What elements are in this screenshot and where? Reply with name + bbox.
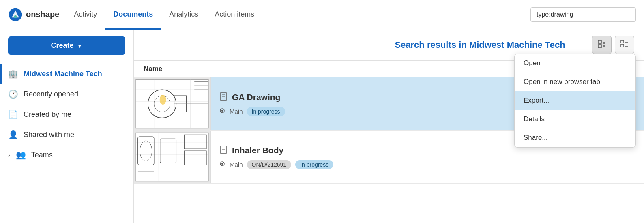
sidebar-item-label-recently-opened: Recently opened: [24, 90, 78, 99]
svg-point-28: [160, 95, 166, 105]
main-layout: Create ▼ 🏢 Midwest Machine Tech 🕐 Recent…: [0, 29, 644, 223]
view-toggles: [592, 36, 634, 54]
row-thumbnail-inhaler: [134, 131, 211, 183]
sidebar-item-label-midwest: Midwest Machine Tech: [24, 70, 102, 78]
create-label: Create: [51, 41, 74, 50]
tab-activity[interactable]: Activity: [66, 0, 105, 30]
row-meta-inhaler: Main ON/D/212691 In progress: [219, 160, 636, 169]
sidebar-item-label-teams: Teams: [31, 151, 53, 159]
svg-rect-3: [598, 40, 601, 43]
branch-icon-ga: [219, 107, 225, 115]
chevron-right-icon: ›: [8, 152, 10, 158]
person-icon: 👤: [8, 130, 18, 139]
search-input[interactable]: [530, 7, 636, 22]
sidebar-item-midwest[interactable]: 🏢 Midwest Machine Tech: [0, 64, 133, 84]
tab-documents[interactable]: Documents: [105, 0, 161, 30]
svg-point-55: [221, 163, 223, 165]
nav-tabs: Activity Documents Analytics Action item…: [66, 0, 530, 29]
tab-analytics[interactable]: Analytics: [161, 0, 206, 30]
create-button[interactable]: Create ▼: [8, 36, 125, 55]
tab-action-items[interactable]: Action items: [206, 0, 262, 30]
context-menu-open-new-tab[interactable]: Open in new browser tab: [515, 73, 635, 91]
svg-point-36: [221, 110, 223, 112]
branch-label-inhaler: Main: [230, 161, 243, 168]
grid-view-icon: [620, 39, 629, 48]
logo-area: onshape: [8, 7, 59, 22]
header: onshape Activity Documents Analytics Act…: [0, 0, 644, 29]
content-area: Search results in Midwest Machine Tech: [134, 29, 644, 223]
document-icon: 📄: [8, 109, 18, 119]
id-badge-inhaler: ON/D/212691: [247, 160, 292, 169]
status-badge-ga: In progress: [247, 107, 285, 116]
status-badge-inhaler: In progress: [295, 160, 333, 169]
sidebar-item-created-by-me[interactable]: 📄 Created by me: [0, 104, 133, 124]
create-dropdown-icon: ▼: [77, 43, 83, 49]
drawing-doc-icon: [219, 92, 228, 103]
context-menu-open[interactable]: Open: [515, 54, 635, 73]
branch-icon-inhaler: [219, 161, 225, 168]
search-bar: [530, 7, 636, 22]
logo-icon: [8, 7, 23, 22]
sidebar-item-shared-with-me[interactable]: 👤 Shared with me: [0, 124, 133, 145]
sidebar-item-label-shared-with-me: Shared with me: [24, 131, 74, 139]
sidebar-nav: 🏢 Midwest Machine Tech 🕐 Recently opened…: [0, 62, 133, 167]
svg-rect-10: [621, 40, 624, 43]
list-view-icon: [597, 39, 606, 48]
content-title: Search results in Midwest Machine Tech: [368, 40, 592, 50]
sidebar-item-recently-opened[interactable]: 🕐 Recently opened: [0, 84, 133, 104]
row-title-inhaler: Inhaler Body: [232, 146, 283, 155]
context-menu-details[interactable]: Details: [515, 110, 635, 129]
logo-text: onshape: [26, 10, 59, 19]
sidebar: Create ▼ 🏢 Midwest Machine Tech 🕐 Recent…: [0, 29, 134, 223]
building-icon: 🏢: [8, 69, 18, 79]
context-menu-export[interactable]: Export...: [515, 91, 635, 110]
svg-rect-7: [598, 45, 601, 48]
row-title-ga: GA Drawing: [232, 92, 280, 102]
list-view-button[interactable]: [592, 36, 612, 54]
svg-point-2: [14, 15, 17, 18]
drawing-doc-icon-inhaler: [219, 145, 228, 156]
row-thumbnail-ga: [134, 77, 211, 130]
context-menu-share[interactable]: Share...: [515, 129, 635, 147]
context-menu: Open Open in new browser tab Export... D…: [514, 54, 636, 148]
branch-label-ga: Main: [230, 108, 243, 115]
team-icon: 👥: [16, 150, 26, 160]
clock-icon: 🕐: [8, 89, 18, 99]
svg-rect-38: [136, 133, 208, 181]
grid-view-button[interactable]: [615, 36, 634, 54]
svg-rect-13: [621, 44, 624, 47]
sidebar-item-label-created-by-me: Created by me: [24, 110, 71, 119]
sidebar-item-teams[interactable]: › 👥 Teams: [0, 145, 133, 165]
